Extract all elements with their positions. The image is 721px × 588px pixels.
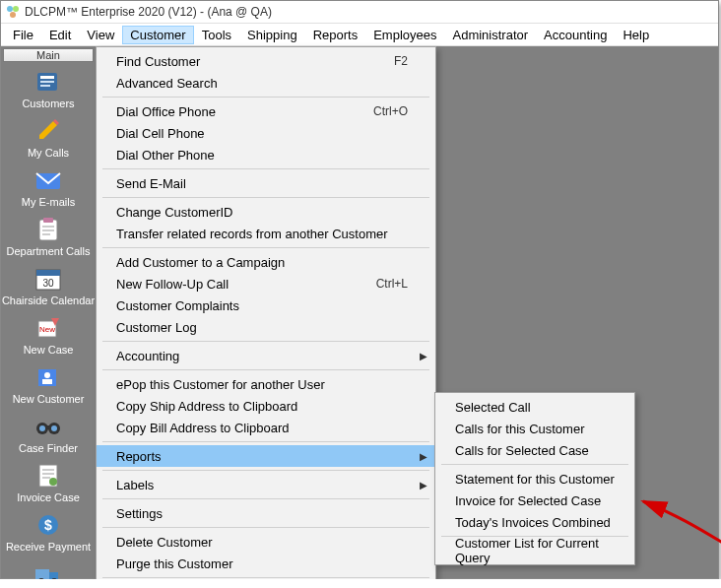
- submenu-item-label: Calls for Selected Case: [455, 443, 589, 458]
- svg-point-27: [51, 425, 57, 431]
- menu-reports[interactable]: Reports: [305, 26, 366, 44]
- canvas: Find CustomerF2Advanced SearchDial Offic…: [96, 46, 718, 578]
- svg-rect-4: [40, 76, 54, 79]
- menu-item-new-follow-up-call[interactable]: New Follow-Up CallCtrl+L: [97, 273, 435, 294]
- address-book-icon: [33, 68, 64, 96]
- menu-item-label: ePop this Customer for another User: [116, 377, 408, 392]
- sidebar-item-customers[interactable]: Customers: [1, 68, 96, 109]
- menu-item-find-customer[interactable]: Find CustomerF2: [97, 50, 435, 72]
- submenu-item-customer-list-for-current-query[interactable]: Customer List for Current Query: [435, 540, 634, 561]
- sidebar-item-invoice-case[interactable]: Invoice Case: [1, 462, 96, 503]
- svg-point-1: [13, 6, 19, 12]
- menu-employees[interactable]: Employees: [365, 26, 444, 44]
- menu-item-copy-ship-address-to-clipboard[interactable]: Copy Ship Address to Clipboard: [97, 395, 435, 417]
- menu-item-accounting[interactable]: Accounting▶: [97, 345, 435, 366]
- app-window: DLCPM™ Enterprise 2020 (V12) - (Ana @ QA…: [0, 0, 719, 579]
- calendar-icon: 30: [33, 265, 64, 293]
- submenu-item-today-s-invoices-combined[interactable]: Today's Invoices Combined: [435, 511, 634, 533]
- sidebar-item-chairside-calendar[interactable]: 30 Chairside Calendar: [1, 265, 96, 306]
- menu-tools[interactable]: Tools: [194, 26, 239, 44]
- menu-separator: [102, 577, 429, 578]
- menu-item-label: Labels: [116, 478, 408, 492]
- new-customer-icon: [33, 363, 64, 391]
- sidebar-item-shipping-manager[interactable]: Shipping Manager: [1, 560, 96, 579]
- menu-item-dial-cell-phone[interactable]: Dial Cell Phone: [97, 122, 435, 144]
- customer-dropdown: Find CustomerF2Advanced SearchDial Offic…: [96, 46, 436, 579]
- menu-item-reports[interactable]: Reports▶: [97, 445, 435, 467]
- menu-item-label: Purge this Customer: [116, 556, 408, 571]
- menu-item-transfer-related-records-from-another-customer[interactable]: Transfer related records from another Cu…: [97, 223, 435, 244]
- submenu-item-calls-for-selected-case[interactable]: Calls for Selected Case: [435, 439, 634, 461]
- menu-item-settings[interactable]: Settings: [97, 502, 435, 524]
- menu-item-label: Transfer related records from another Cu…: [116, 227, 408, 241]
- menu-item-copy-bill-address-to-clipboard[interactable]: Copy Bill Address to Clipboard: [97, 417, 435, 438]
- menu-item-advanced-search[interactable]: Advanced Search: [97, 72, 435, 94]
- menu-shipping[interactable]: Shipping: [239, 26, 305, 44]
- menu-item-dial-office-phone[interactable]: Dial Office PhoneCtrl+O: [97, 100, 435, 122]
- binoculars-icon: [33, 413, 64, 440]
- sidebar-label: My Calls: [28, 147, 69, 159]
- menu-item-change-customerid[interactable]: Change CustomerID: [97, 201, 435, 223]
- sidebar-item-my-calls[interactable]: My Calls: [1, 117, 96, 159]
- menu-item-label: Copy Ship Address to Clipboard: [116, 399, 408, 414]
- svg-point-0: [7, 6, 13, 12]
- svg-text:$: $: [44, 517, 52, 533]
- sidebar-label: Receive Payment: [6, 541, 91, 553]
- menu-help[interactable]: Help: [615, 26, 657, 44]
- menu-item-label: Settings: [116, 506, 408, 521]
- svg-rect-37: [49, 572, 58, 579]
- menu-item-label: Add Customer to a Campaign: [116, 255, 408, 270]
- menu-view[interactable]: View: [79, 26, 122, 44]
- sidebar-item-new-customer[interactable]: New Customer: [1, 363, 96, 405]
- menu-item-add-customer-to-a-campaign[interactable]: Add Customer to a Campaign: [97, 251, 435, 273]
- submenu-arrow-icon: ▶: [420, 480, 427, 490]
- svg-point-26: [39, 425, 45, 431]
- pencil-icon: [33, 117, 64, 145]
- menu-item-dial-other-phone[interactable]: Dial Other Phone: [97, 144, 435, 165]
- submenu-item-statement-for-this-customer[interactable]: Statement for this Customer: [435, 468, 634, 490]
- menu-file[interactable]: File: [5, 26, 41, 44]
- sidebar-item-new-case[interactable]: New New Case: [1, 314, 96, 356]
- menu-item-purge-this-customer[interactable]: Purge this Customer: [97, 553, 435, 574]
- menu-item-labels[interactable]: Labels▶: [97, 474, 435, 495]
- svg-rect-36: [35, 569, 49, 579]
- sidebar-item-department-calls[interactable]: Department Calls: [1, 216, 96, 257]
- sidebar: Main Customers My Calls My E-mails Depar…: [1, 46, 96, 578]
- menu-administrator[interactable]: Administrator: [444, 26, 536, 44]
- menu-item-label: Delete Customer: [116, 535, 408, 550]
- workspace: Main Customers My Calls My E-mails Depar…: [1, 46, 718, 578]
- menu-item-customer-log[interactable]: Customer Log: [97, 316, 435, 338]
- menu-item-label: Customer Complaints: [116, 298, 408, 313]
- menu-customer[interactable]: Customer: [122, 26, 193, 44]
- sidebar-item-receive-payment[interactable]: $ Receive Payment: [1, 511, 96, 553]
- menu-edit[interactable]: Edit: [41, 26, 79, 44]
- sidebar-label: Department Calls: [7, 245, 91, 257]
- menu-item-epop-this-customer-for-another-user[interactable]: ePop this Customer for another User: [97, 373, 435, 395]
- menu-item-label: Change CustomerID: [116, 205, 408, 220]
- sidebar-label: Invoice Case: [17, 491, 80, 503]
- submenu-item-label: Calls for this Customer: [455, 422, 584, 436]
- submenu-item-label: Customer List for Current Query: [455, 536, 621, 565]
- menu-accounting[interactable]: Accounting: [536, 26, 615, 44]
- menu-item-customer-complaints[interactable]: Customer Complaints: [97, 294, 435, 316]
- truck-icon: [33, 560, 64, 579]
- menu-item-shortcut: Ctrl+O: [373, 104, 408, 118]
- svg-text:30: 30: [42, 278, 54, 289]
- menu-separator: [102, 197, 429, 198]
- submenu-item-calls-for-this-customer[interactable]: Calls for this Customer: [435, 418, 634, 439]
- menu-item-send-e-mail[interactable]: Send E-Mail: [97, 172, 435, 194]
- submenu-arrow-icon: ▶: [420, 351, 427, 361]
- submenu-item-selected-call[interactable]: Selected Call: [435, 396, 634, 418]
- sidebar-label: New Case: [24, 344, 74, 356]
- sidebar-header[interactable]: Main: [3, 48, 94, 62]
- menu-separator: [441, 464, 628, 465]
- menu-item-delete-customer[interactable]: Delete Customer: [97, 531, 435, 553]
- menu-item-label: Customer Log: [116, 320, 408, 335]
- envelope-icon: [33, 166, 64, 194]
- sidebar-item-case-finder[interactable]: Case Finder: [1, 413, 96, 454]
- new-case-icon: New: [33, 314, 64, 342]
- menu-item-shortcut: Ctrl+L: [376, 277, 408, 291]
- submenu-item-label: Statement for this Customer: [455, 472, 615, 487]
- sidebar-item-my-emails[interactable]: My E-mails: [1, 166, 96, 208]
- submenu-item-invoice-for-selected-case[interactable]: Invoice for Selected Case: [435, 490, 634, 511]
